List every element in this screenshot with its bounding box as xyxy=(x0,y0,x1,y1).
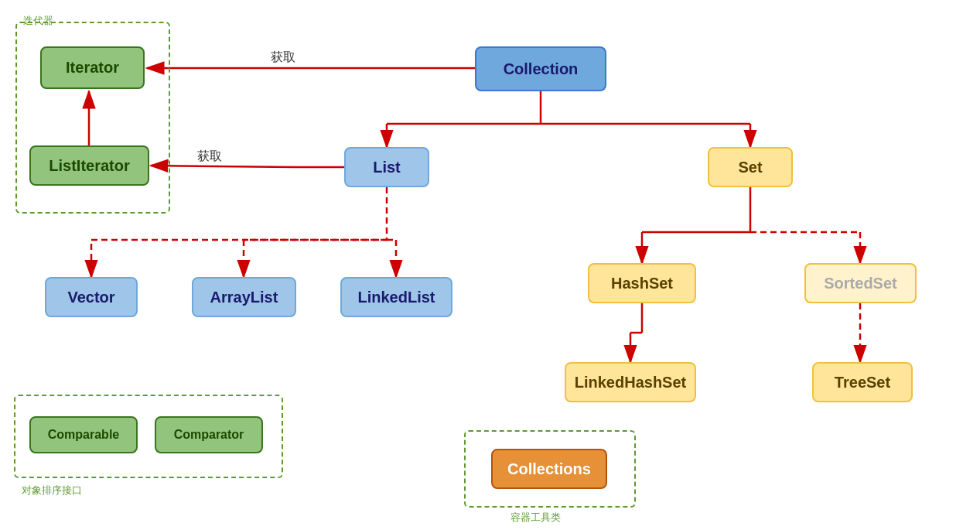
hashset-node: HashSet xyxy=(588,263,696,303)
arraylist-label: ArrayList xyxy=(210,289,278,306)
set-node: Set xyxy=(708,147,793,187)
treeset-node: TreeSet xyxy=(812,362,913,402)
iterator-label: Iterator xyxy=(66,59,119,77)
comparable-node: Comparable xyxy=(29,416,138,453)
comparator-node: Comparator xyxy=(155,416,263,453)
linkedlist-node: LinkedList xyxy=(340,277,452,317)
vector-label: Vector xyxy=(67,289,114,306)
linkedhashset-label: LinkedHashSet xyxy=(575,374,686,392)
listiterator-label: ListIterator xyxy=(49,157,129,175)
list-node: List xyxy=(344,147,429,187)
comparable-label: Comparable xyxy=(48,428,119,442)
arraylist-node: ArrayList xyxy=(192,277,296,317)
linkedhashset-node: LinkedHashSet xyxy=(565,362,696,402)
iterator-box-label: 迭代器 xyxy=(23,14,53,28)
sorting-box-label: 对象排序接口 xyxy=(22,484,82,498)
collections-label: Collections xyxy=(507,460,591,478)
diagram: 迭代器 对象排序接口 容器工具类 获取 获取 Collection Iterat… xyxy=(0,0,980,530)
hashset-label: HashSet xyxy=(611,275,673,292)
label-get-listiterator: 获取 xyxy=(197,149,222,165)
label-get-iterator: 获取 xyxy=(271,50,295,66)
tool-box-label: 容器工具类 xyxy=(510,511,561,525)
iterator-node: Iterator xyxy=(40,46,145,89)
sortedset-node: SortedSet xyxy=(804,263,917,303)
comparator-label: Comparator xyxy=(174,428,244,442)
collection-label: Collection xyxy=(504,60,579,78)
collection-node: Collection xyxy=(475,46,606,91)
list-label: List xyxy=(373,159,401,176)
set-label: Set xyxy=(738,159,762,176)
vector-node: Vector xyxy=(45,277,138,317)
sortedset-label: SortedSet xyxy=(824,275,896,292)
collections-node: Collections xyxy=(491,449,607,489)
treeset-label: TreeSet xyxy=(835,374,890,392)
linkedlist-label: LinkedList xyxy=(357,289,435,306)
listiterator-node: ListIterator xyxy=(29,145,149,186)
